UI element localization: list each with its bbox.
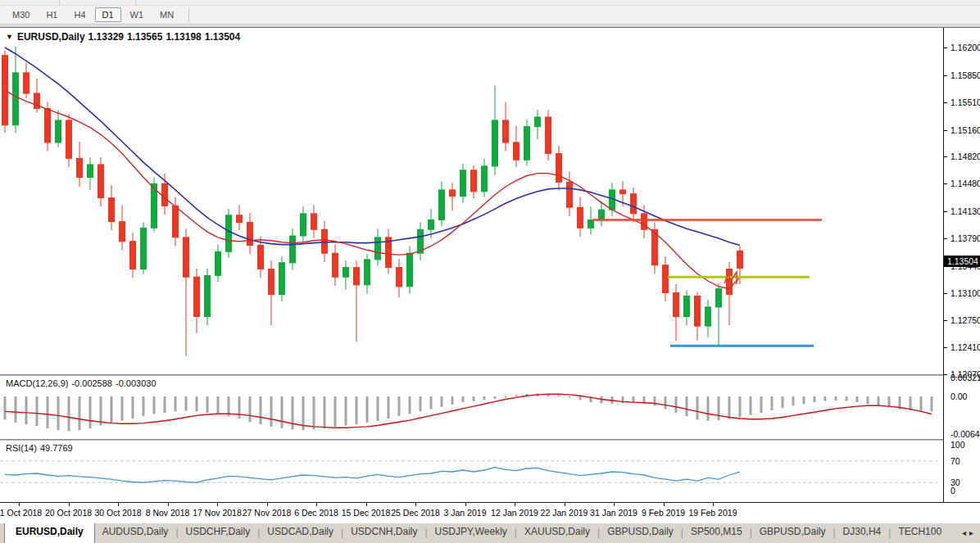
date-axis-tick bbox=[614, 503, 615, 506]
price-axis-tick bbox=[944, 130, 947, 131]
current-price-badge: 1.13504 bbox=[944, 256, 980, 267]
chart-tab-xauusd-daily[interactable]: XAUUSD,Daily bbox=[517, 523, 597, 541]
chart-tab-usdcnh-daily[interactable]: USDCNH,Daily bbox=[343, 523, 424, 541]
chart-tab-usdchf-daily[interactable]: USDCHF,Daily bbox=[179, 523, 258, 541]
timeframe-button-m30[interactable]: M30 bbox=[5, 7, 37, 22]
timeframe-button-h1[interactable]: H1 bbox=[39, 7, 65, 22]
price-axis: 1.162001.158501.155101.151601.148201.144… bbox=[944, 28, 980, 502]
date-axis-tick bbox=[664, 503, 665, 506]
chart-window: ▼EURUSD,Daily1.133291.135651.131981.1350… bbox=[0, 27, 980, 523]
timeframe-button-h4[interactable]: H4 bbox=[66, 7, 93, 22]
date-axis-label: 19 Feb 2019 bbox=[689, 508, 737, 518]
timeframe-button-w1[interactable]: W1 bbox=[123, 7, 152, 22]
toolbar-separator bbox=[59, 0, 60, 5]
macd-axis-label: -0.006485 bbox=[951, 429, 980, 439]
price-axis-label: 1.14480 bbox=[951, 179, 980, 188]
chart-tab-bar: EURUSD,DailyAUDUSD,Daily|USDCHF,Daily|US… bbox=[0, 522, 980, 543]
toolbar-separator bbox=[188, 8, 189, 22]
ohlc-high: 1.13565 bbox=[127, 31, 162, 43]
price-axis-label: 1.15510 bbox=[951, 97, 980, 107]
date-axis-tick bbox=[565, 503, 565, 506]
price-chart-canvas[interactable] bbox=[0, 28, 943, 374]
date-axis-label: 30 Oct 2018 bbox=[94, 508, 141, 518]
macd-name: MACD(12,26,9) bbox=[6, 378, 68, 388]
timeframe-button-d1[interactable]: D1 bbox=[95, 7, 121, 22]
macd-histogram bbox=[4, 394, 933, 432]
date-axis-label: 11 Oct 2018 bbox=[0, 508, 42, 518]
price-axis-label: 1.12410 bbox=[951, 342, 980, 352]
price-axis-label: 1.12750 bbox=[951, 315, 980, 325]
toolbar-separator bbox=[135, 0, 136, 5]
date-axis-label: 17 Nov 2018 bbox=[193, 508, 242, 518]
mt4-window: M30H1H4D1W1MN ▼EURUSD,Daily1.133291.1356… bbox=[0, 0, 980, 543]
date-axis-label: 3 Jan 2019 bbox=[444, 508, 487, 518]
price-axis-tick bbox=[944, 183, 947, 184]
ohlc-open: 1.13329 bbox=[88, 31, 124, 43]
rsi-pane-canvas[interactable] bbox=[0, 441, 943, 502]
rsi-line bbox=[5, 468, 740, 483]
price-axis-tick bbox=[944, 374, 947, 375]
price-axis-label: 1.14820 bbox=[951, 152, 980, 161]
date-axis-tick bbox=[19, 503, 20, 506]
candles bbox=[2, 47, 743, 356]
macd-label: MACD(12,26,9)-0.002588-0.003030 bbox=[6, 378, 160, 388]
chart-tab-usdjpy-weekly[interactable]: USDJPY,Weekly bbox=[428, 523, 515, 541]
rsi-axis-label: 100 bbox=[951, 440, 965, 450]
price-axis-tick bbox=[944, 320, 947, 321]
date-axis-label: 31 Jan 2019 bbox=[590, 508, 637, 518]
date-axis-label: 25 Dec 2018 bbox=[391, 508, 440, 518]
date-axis: 11 Oct 201820 Oct 201830 Oct 20188 Nov 2… bbox=[0, 502, 980, 523]
price-axis-tick bbox=[944, 48, 947, 48]
rsi-label: RSI(14)49.7769 bbox=[6, 443, 76, 453]
chart-tab-gbpusd-daily[interactable]: GBPUSD,Daily bbox=[600, 523, 681, 541]
chart-symbol: EURUSD,Daily bbox=[17, 31, 85, 43]
ma-fast-line bbox=[5, 90, 740, 289]
collapse-icon[interactable]: ▼ bbox=[6, 33, 13, 41]
price-axis-label: 1.15850 bbox=[951, 70, 980, 80]
tab-scroll-right-icon: ▸ bbox=[969, 528, 977, 537]
price-axis-label: 1.14130 bbox=[951, 206, 980, 216]
pane-divider[interactable] bbox=[0, 439, 980, 441]
date-axis-tick bbox=[515, 503, 515, 506]
date-axis-label: 20 Oct 2018 bbox=[45, 508, 92, 518]
date-axis-label: 15 Dec 2018 bbox=[342, 508, 391, 518]
date-axis-label: 22 Jan 2019 bbox=[541, 508, 588, 518]
tab-scroll-arrows[interactable]: ◂▸ bbox=[962, 528, 977, 537]
chart-tab-gbpusd-daily[interactable]: GBPUSD,Daily bbox=[752, 523, 833, 541]
price-axis-tick bbox=[944, 211, 947, 212]
price-axis-label: 1.13790 bbox=[951, 233, 980, 243]
date-axis-tick bbox=[267, 503, 268, 506]
price-axis-tick bbox=[944, 347, 947, 348]
rsi-name: RSI(14) bbox=[6, 443, 37, 453]
macd-axis-label: 0.00 bbox=[951, 391, 967, 401]
price-axis-label: 1.16200 bbox=[951, 43, 980, 52]
chart-tab-eurusd-daily[interactable]: EURUSD,Daily bbox=[4, 523, 95, 543]
chart-tab-tech100[interactable]: TECH100 bbox=[891, 523, 949, 541]
date-axis-label: 9 Feb 2019 bbox=[642, 508, 685, 518]
ohlc-low: 1.13198 bbox=[166, 31, 201, 43]
chart-tab-usdcad-daily[interactable]: USDCAD,Daily bbox=[260, 523, 341, 541]
chart-tab-dj30-h4[interactable]: DJ30,H4 bbox=[836, 523, 889, 541]
top-toolbar-remnant bbox=[0, 0, 980, 6]
price-axis-tick bbox=[944, 156, 947, 157]
date-axis-tick bbox=[415, 503, 416, 506]
macd-axis-label: 0.003216 bbox=[951, 373, 980, 382]
timeframe-button-mn[interactable]: MN bbox=[152, 7, 181, 22]
price-axis-tick bbox=[944, 102, 947, 103]
price-axis-label: 1.15160 bbox=[951, 125, 980, 135]
rsi-value: 49.7769 bbox=[40, 443, 73, 453]
macd-value-main: -0.002588 bbox=[71, 378, 112, 388]
ohlc-close: 1.13504 bbox=[205, 31, 240, 43]
date-axis-label: 27 Nov 2018 bbox=[243, 508, 292, 518]
price-axis-tick bbox=[944, 75, 947, 76]
price-axis-label: 1.13100 bbox=[951, 288, 980, 298]
timeframe-toolbar: M30H1H4D1W1MN bbox=[0, 6, 980, 25]
date-axis-tick bbox=[316, 503, 317, 506]
chart-tab-audusd-daily[interactable]: AUDUSD,Daily bbox=[95, 523, 176, 541]
chart-tab-sp500-m15[interactable]: SP500,M15 bbox=[683, 523, 750, 541]
date-axis-tick bbox=[366, 503, 367, 506]
date-axis-tick bbox=[118, 503, 119, 506]
date-axis-tick bbox=[69, 503, 70, 506]
rsi-axis-label: 0 bbox=[951, 486, 955, 495]
pane-divider[interactable] bbox=[0, 374, 980, 376]
